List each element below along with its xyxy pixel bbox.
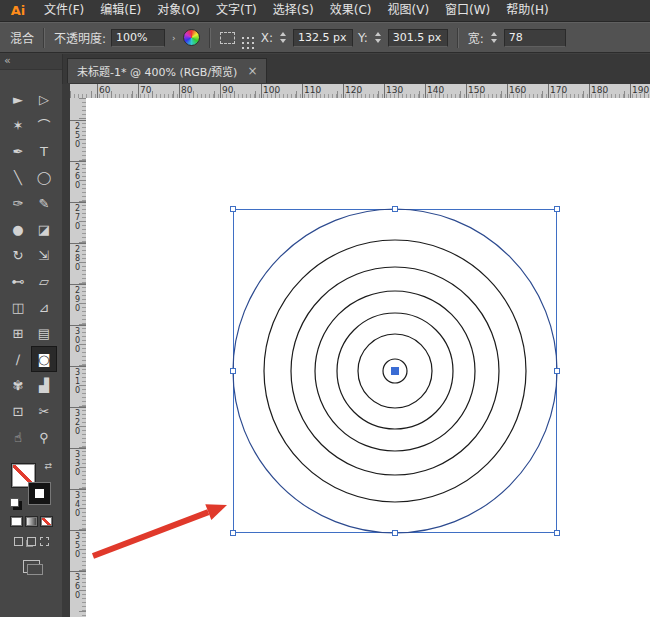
pencil-tool[interactable]: ✎	[31, 190, 57, 216]
fill-stroke-swatches: ⇄	[12, 464, 50, 504]
zoom-tool[interactable]: ⚲	[31, 424, 57, 450]
drawing-mode-buttons	[8, 537, 54, 546]
document-tab-title: 未标题-1* @ 400% (RGB/预览)	[77, 63, 237, 79]
y-stepper[interactable]	[373, 30, 383, 46]
draw-inside-icon[interactable]	[40, 537, 49, 546]
swap-colors-icon[interactable]: ⇄	[44, 461, 52, 471]
menu-items: 文件(F) 编辑(E) 对象(O) 文字(T) 选择(S) 效果(C) 视图(V…	[36, 0, 557, 21]
opacity-label: 不透明度:	[54, 29, 106, 46]
separator	[209, 28, 211, 48]
opacity-dropdown-icon[interactable]: ›	[170, 33, 178, 43]
recolor-artwork-icon[interactable]	[183, 29, 200, 46]
menu-item[interactable]: 文件(F)	[36, 0, 92, 21]
magic-wand-tool[interactable]: ✶	[5, 112, 31, 138]
gradient-tool[interactable]: ▤	[31, 320, 57, 346]
menu-item[interactable]: 选择(S)	[265, 0, 322, 21]
toolbar-panel: « ► ▷ ✶ ⌒ ✒ T	[0, 54, 63, 617]
lasso-tool[interactable]: ⌒	[31, 112, 57, 138]
draw-normal-icon[interactable]	[14, 537, 23, 546]
selection-tool[interactable]: ►	[5, 86, 31, 112]
x-field[interactable]: 132.5 px	[293, 29, 353, 47]
menu-item[interactable]: 视图(V)	[379, 0, 437, 21]
artboard-tool[interactable]: ⊡	[5, 398, 31, 424]
panel-gap	[62, 84, 70, 617]
opacity-field[interactable]: 100%	[111, 29, 165, 47]
document-tab[interactable]: 未标题-1* @ 400% (RGB/预览) ×	[67, 58, 267, 83]
eraser-tool[interactable]: ◪	[31, 216, 57, 242]
color-button[interactable]	[10, 516, 23, 527]
hand-tool[interactable]: ☝	[5, 424, 31, 450]
screen-mode-icon[interactable]	[23, 560, 40, 573]
paintbrush-tool[interactable]: ✑	[5, 190, 31, 216]
eyedropper-tool[interactable]: ∕	[5, 346, 31, 372]
tab-close-icon[interactable]: ×	[247, 65, 257, 77]
free-transform-tool[interactable]: ▱	[31, 268, 57, 294]
paint-style-buttons	[7, 516, 55, 527]
scale-tool[interactable]: ⇲	[31, 242, 57, 268]
y-label: Y:	[358, 31, 368, 45]
blob-brush-tool[interactable]: ●	[5, 216, 31, 242]
slice-tool[interactable]: ✂	[31, 398, 57, 424]
vertical-ruler[interactable]: 250260270280290300310320330340350360	[70, 98, 87, 617]
menu-item[interactable]: 效果(C)	[322, 0, 380, 21]
type-tool[interactable]: T	[31, 138, 57, 164]
none-button[interactable]	[40, 516, 53, 527]
menu-item[interactable]: 编辑(E)	[92, 0, 149, 21]
separator	[43, 28, 45, 48]
canvas-area[interactable]	[86, 98, 650, 617]
menu-item[interactable]: 对象(O)	[149, 0, 208, 21]
symbol-sprayer-tool[interactable]: ✾	[5, 372, 31, 398]
column-graph-tool[interactable]: ▟	[31, 372, 57, 398]
perspective-grid-tool[interactable]: ⊿	[31, 294, 57, 320]
separator	[457, 28, 459, 48]
gradient-button[interactable]	[25, 516, 38, 527]
horizontal-ruler[interactable]: 60708090100110120130140150160170180190	[70, 84, 650, 99]
menubar: Ai 文件(F) 编辑(E) 对象(O) 文字(T) 选择(S) 效果(C) 视…	[0, 0, 650, 22]
x-label: X:	[261, 31, 273, 45]
app-logo: Ai	[0, 3, 36, 18]
reference-point-grid-icon[interactable]	[242, 37, 244, 39]
width-tool[interactable]: ⊷	[5, 268, 31, 294]
menu-item[interactable]: 帮助(H)	[498, 0, 556, 21]
canvas-svg[interactable]	[86, 98, 650, 617]
line-tool[interactable]: ╲	[5, 164, 31, 190]
draw-behind-icon[interactable]	[27, 537, 36, 546]
stroke-swatch[interactable]	[29, 483, 50, 504]
tools-grid: ► ▷ ✶ ⌒ ✒ T ╲	[5, 86, 57, 450]
width-field[interactable]: 78	[504, 29, 566, 47]
control-bar: 混合 不透明度: 100% › X: 132.5 px Y: 301.5 px …	[0, 22, 650, 53]
blend-tool[interactable]: ◙	[31, 346, 57, 372]
menu-item[interactable]: 文字(T)	[208, 0, 265, 21]
x-stepper[interactable]	[278, 30, 288, 46]
mesh-tool[interactable]: ⊞	[5, 320, 31, 346]
bounding-box-icon[interactable]	[220, 32, 235, 44]
ellipse-tool[interactable]: ◯	[31, 164, 57, 190]
width-label: 宽:	[468, 29, 484, 46]
rotate-tool[interactable]: ↻	[5, 242, 31, 268]
shape-builder-tool[interactable]: ◫	[5, 294, 31, 320]
direct-selection-tool[interactable]: ▷	[31, 86, 57, 112]
menu-item[interactable]: 窗口(W)	[437, 0, 498, 21]
pen-tool[interactable]: ✒	[5, 138, 31, 164]
tab-row: 未标题-1* @ 400% (RGB/预览) ×	[62, 54, 650, 84]
width-stepper[interactable]	[489, 30, 499, 46]
y-field[interactable]: 301.5 px	[388, 29, 448, 47]
default-colors-icon[interactable]	[10, 498, 19, 507]
context-label: 混合	[10, 29, 34, 46]
toolbar-collapse-icon[interactable]: «	[0, 54, 62, 70]
